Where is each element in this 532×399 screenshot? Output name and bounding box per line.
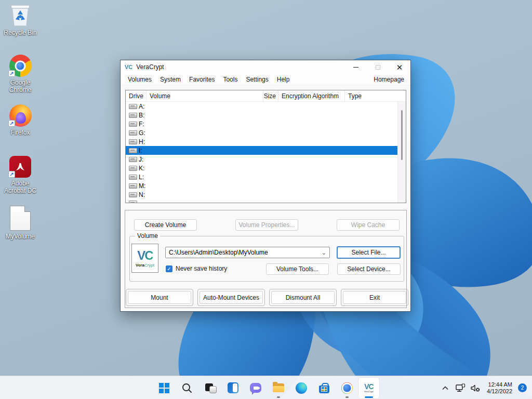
running-indicator — [277, 396, 280, 398]
shortcut-arrow-icon: ↗ — [8, 70, 15, 77]
notification-badge[interactable]: 2 — [518, 383, 527, 392]
drive-list: Drive Volume Size Encryption Algorithm T… — [125, 90, 406, 203]
desktop-icon-label: MyVolume — [0, 233, 41, 240]
drive-row-i-selected[interactable]: I: — [126, 146, 397, 155]
chevron-down-icon[interactable]: ⌄ — [322, 249, 326, 256]
drive-row-n[interactable]: N: — [126, 190, 397, 199]
menu-system[interactable]: System — [156, 75, 185, 84]
select-file-button[interactable]: Select File... — [337, 246, 401, 259]
chrome-taskbar-button[interactable] — [336, 378, 358, 398]
recycle-bin-icon — [9, 3, 32, 27]
volume-properties-button: Volume Properties... — [235, 219, 298, 231]
drive-row-partial[interactable] — [126, 199, 397, 203]
desktop-icon-myvolume[interactable]: MyVolume — [0, 205, 41, 240]
exit-button-frame: Exit — [341, 289, 408, 306]
drive-list-scrollbar[interactable] — [397, 102, 406, 203]
drive-row-b[interactable]: B: — [126, 111, 397, 119]
drive-icon — [129, 183, 137, 189]
chat-icon — [250, 383, 261, 393]
network-status-button[interactable] — [455, 382, 466, 394]
menu-favorites[interactable]: Favorites — [185, 75, 219, 84]
tray-overflow-button[interactable] — [440, 382, 451, 394]
mount-button[interactable]: Mount — [128, 291, 191, 304]
drive-row-j[interactable]: J: — [126, 155, 397, 164]
menu-volumes[interactable]: Volumes — [124, 75, 156, 84]
minimize-button[interactable] — [345, 60, 367, 74]
menu-homepage[interactable]: Homepage — [373, 75, 405, 84]
volume-groupbox: Volume VC VeraCrypt C:\Users\Admin\Deskt… — [129, 236, 404, 282]
menu-help[interactable]: Help — [273, 75, 294, 84]
column-header-drive[interactable]: Drive — [126, 90, 147, 101]
shortcut-arrow-icon: ↗ — [8, 120, 15, 127]
drive-icon — [129, 139, 137, 144]
maximize-button — [367, 60, 389, 74]
menu-settings[interactable]: Settings — [242, 75, 272, 84]
maximize-icon — [376, 65, 380, 70]
volume-status-button[interactable] — [470, 382, 481, 394]
volume-tools-button[interactable]: Volume Tools... — [266, 263, 329, 275]
chat-button[interactable] — [244, 378, 267, 398]
select-device-button[interactable]: Select Device... — [337, 263, 401, 275]
drive-list-header: Drive Volume Size Encryption Algorithm T… — [126, 90, 406, 102]
start-button[interactable] — [153, 378, 176, 398]
desktop-icon-label: Google Chrome — [0, 79, 41, 94]
exit-button[interactable]: Exit — [343, 291, 406, 304]
column-header-volume[interactable]: Volume — [147, 90, 263, 101]
desktop-icon-firefox[interactable]: ↗ Firefox — [0, 103, 41, 136]
column-header-type[interactable]: Type — [345, 90, 406, 101]
title-bar[interactable]: VC VeraCrypt ✕ — [121, 60, 410, 74]
drive-row-a[interactable]: A: — [126, 102, 397, 111]
speaker-muted-icon — [470, 383, 481, 393]
task-view-icon — [200, 378, 220, 398]
close-icon: ✕ — [396, 63, 403, 71]
drive-icon — [129, 104, 137, 109]
drive-icon — [129, 148, 137, 153]
desktop-icon-recycle-bin[interactable]: Recycle Bin — [0, 3, 41, 36]
drive-icon — [129, 130, 137, 136]
auto-mount-devices-button[interactable]: Auto-Mount Devices — [200, 291, 263, 304]
microsoft-store-icon — [319, 385, 329, 393]
menu-tools[interactable]: Tools — [219, 75, 242, 84]
dismount-all-button[interactable]: Dismount All — [271, 291, 335, 304]
drive-row-l[interactable]: L: — [126, 172, 397, 181]
widgets-icon — [228, 382, 238, 393]
create-volume-button[interactable]: Create Volume — [134, 219, 197, 231]
wipe-cache-button: Wipe Cache — [337, 219, 400, 231]
clock[interactable]: 12:44 AM 4/12/2022 — [487, 381, 512, 395]
desktop-icon-label: Firefox — [0, 129, 41, 136]
drive-row-k[interactable]: K: — [126, 164, 397, 172]
never-save-history-option[interactable]: ✓ Never save history — [166, 265, 227, 272]
edge-button[interactable] — [290, 378, 313, 398]
column-header-size[interactable]: Size — [263, 90, 278, 101]
chrome-icon — [341, 382, 353, 394]
running-indicator — [345, 396, 349, 398]
drive-icon — [129, 175, 137, 180]
drive-icon — [129, 113, 137, 118]
store-button[interactable] — [313, 378, 336, 398]
drive-row-m[interactable]: M: — [126, 181, 397, 190]
volume-path-combobox[interactable]: C:\Users\Admin\Desktop\MyVolume ⌄ — [165, 247, 330, 258]
scrollbar-thumb[interactable] — [401, 110, 403, 160]
drive-icon — [129, 192, 137, 197]
desktop-icon-label: Adobe Acrobat DC — [0, 180, 41, 194]
drive-row-h[interactable]: H: — [126, 137, 397, 146]
drive-icon — [129, 201, 137, 203]
file-explorer-button[interactable] — [267, 378, 290, 398]
drive-row-g[interactable]: G: — [126, 128, 397, 137]
auto-mount-button-frame: Auto-Mount Devices — [197, 289, 265, 306]
close-button[interactable]: ✕ — [389, 60, 410, 74]
veracrypt-app-icon: VC — [125, 64, 132, 70]
task-view-button[interactable] — [198, 378, 221, 398]
veracrypt-taskbar-button[interactable]: VC VeraCrypt — [358, 378, 379, 398]
drive-icon — [129, 122, 137, 127]
window-title: VeraCrypt — [136, 63, 164, 71]
drive-row-f[interactable]: F: — [126, 119, 397, 128]
minimize-icon — [353, 67, 358, 68]
active-window-indicator — [365, 396, 373, 398]
column-header-encryption[interactable]: Encryption Algorithm — [278, 90, 345, 101]
search-button[interactable] — [176, 378, 198, 398]
checkbox-checked-icon[interactable]: ✓ — [166, 265, 172, 272]
widgets-button[interactable] — [221, 378, 244, 398]
desktop-icon-google-chrome[interactable]: ↗ Google Chrome — [0, 53, 41, 94]
desktop-icon-adobe-acrobat[interactable]: ↗ Adobe Acrobat DC — [0, 154, 41, 194]
